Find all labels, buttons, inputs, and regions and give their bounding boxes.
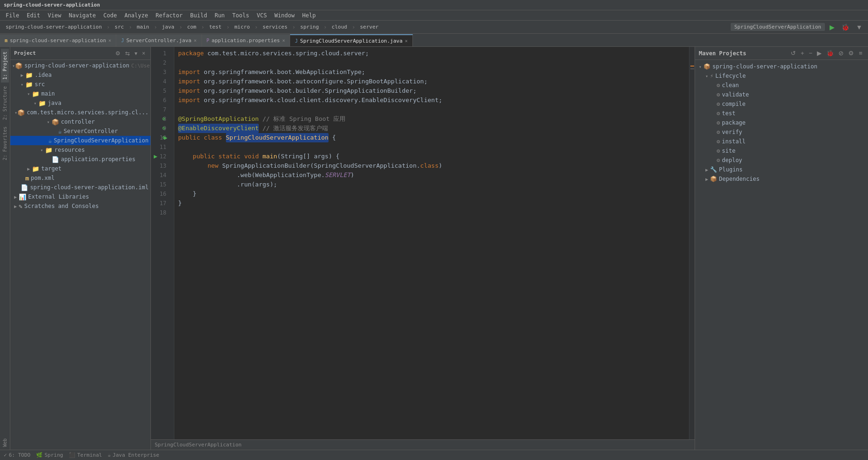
maven-verify-label: verify xyxy=(722,129,742,135)
side-tab-structure[interactable]: 2: Structure xyxy=(1,83,9,123)
side-tab-web[interactable]: Web xyxy=(1,436,9,450)
menu-navigate[interactable]: Navigate xyxy=(65,11,100,20)
menu-help[interactable]: Help xyxy=(299,11,320,20)
line-num-1: 1 xyxy=(151,49,170,58)
maven-minus-btn[interactable]: − xyxy=(807,49,815,58)
maven-install[interactable]: ▶ ⚙ install xyxy=(695,137,868,146)
breadcrumb-micro[interactable]: micro xyxy=(232,23,252,31)
maven-test-label: test xyxy=(722,110,735,117)
tree-item-root[interactable]: ▾ 📦 spring-cloud-server-application C:\U… xyxy=(10,61,150,70)
panel-close-btn[interactable]: × xyxy=(141,50,147,57)
code-line-14: .web(WebApplicationType. SERVLET ) xyxy=(178,171,685,180)
menu-run[interactable]: Run xyxy=(211,11,229,20)
maven-project-root[interactable]: ▾ 📦 spring-cloud-server-application xyxy=(695,62,868,71)
breadcrumb-project[interactable]: spring-cloud-server-application xyxy=(4,23,104,31)
menu-tools[interactable]: Tools xyxy=(229,11,253,20)
panel-settings-btn[interactable]: ⚙ xyxy=(114,50,122,57)
menu-refactor[interactable]: Refactor xyxy=(152,11,187,20)
maven-debug-btn[interactable]: 🐞 xyxy=(824,49,836,58)
tab-servercontroller[interactable]: J ServerController.java × xyxy=(116,34,202,46)
code-content[interactable]: package com.test.micro.services.spring.c… xyxy=(174,47,689,439)
menu-edit[interactable]: Edit xyxy=(23,11,44,20)
maven-dependencies[interactable]: ▶ 📦 Dependencies xyxy=(695,174,868,184)
maven-settings-btn[interactable]: ⚙ xyxy=(846,49,856,58)
breadcrumb-src[interactable]: src xyxy=(113,23,126,31)
menu-build[interactable]: Build xyxy=(187,11,211,20)
maven-refresh-btn[interactable]: ↺ xyxy=(789,49,798,58)
maven-plugins[interactable]: ▶ 🔧 Plugins xyxy=(695,165,868,174)
side-tab-favorites[interactable]: 2: Favorites xyxy=(1,124,9,163)
tree-item-resources[interactable]: ▾ 📁 resources xyxy=(10,145,150,155)
breadcrumb-com[interactable]: com xyxy=(185,23,198,31)
tree-item-controller[interactable]: ▾ 📦 controller xyxy=(10,117,150,126)
tree-item-package[interactable]: ▾ 📦 com.test.micro.services.spring.cl... xyxy=(10,108,150,117)
menu-view[interactable]: View xyxy=(44,11,65,20)
maven-package[interactable]: ▶ ⚙ package xyxy=(695,118,868,127)
menu-analyze[interactable]: Analyze xyxy=(120,11,152,20)
maven-test[interactable]: ▶ ⚙ test xyxy=(695,109,868,118)
tab-appprops-close[interactable]: × xyxy=(282,38,285,43)
panel-sync-btn[interactable]: ⇆ xyxy=(124,50,131,57)
menu-vcs[interactable]: VCS xyxy=(253,11,271,20)
tab-servercontroller-close[interactable]: × xyxy=(194,38,196,43)
tab-pom-close[interactable]: × xyxy=(108,38,111,43)
more-run-button[interactable]: ▼ xyxy=(854,22,864,32)
tree-item-scratches[interactable]: ▶ ✎ Scratches and Consoles xyxy=(10,201,150,211)
tree-item-appprops[interactable]: ▶ 📄 application.properties xyxy=(10,155,150,164)
maven-deploy[interactable]: ▶ ⚙ deploy xyxy=(695,156,868,165)
maven-skip-btn[interactable]: ⊘ xyxy=(837,49,846,58)
tree-item-idea[interactable]: ▶ 📁 .idea xyxy=(10,70,150,80)
scroll-indicator[interactable] xyxy=(689,47,695,439)
menu-window[interactable]: Window xyxy=(270,11,298,20)
pom-icon: m xyxy=(5,38,7,43)
tab-appprops[interactable]: P application.properties × xyxy=(202,34,291,46)
java-enterprise-icon: ☕ xyxy=(108,452,111,458)
tree-item-main[interactable]: ▾ 📁 main xyxy=(10,89,150,98)
scroll-marker-2 xyxy=(690,68,694,69)
tree-item-src[interactable]: ▾ 📁 src xyxy=(10,80,150,89)
breadcrumb-spring[interactable]: spring xyxy=(299,23,321,31)
menu-file[interactable]: File xyxy=(2,11,23,20)
maven-plus-btn[interactable]: + xyxy=(799,49,806,58)
tree-item-pom[interactable]: ▶ m pom.xml xyxy=(10,173,150,183)
breadcrumb-services[interactable]: services xyxy=(261,23,289,31)
breadcrumb-test[interactable]: test xyxy=(207,23,224,31)
maven-compile[interactable]: ▶ ⚙ compile xyxy=(695,99,868,109)
tab-main-class[interactable]: J SpringCloudServerApplication.java × xyxy=(290,34,413,46)
breadcrumb-server[interactable]: server xyxy=(358,23,381,31)
line-num-7: 7 xyxy=(151,105,170,114)
package-icon: 📦 xyxy=(17,109,25,116)
breadcrumb-main[interactable]: main xyxy=(135,23,151,31)
tree-arrow-main: ▾ xyxy=(25,91,32,96)
status-java-enterprise[interactable]: ☕ Java Enterprise xyxy=(108,452,159,458)
code-editor[interactable]: 1 2 3 4 5 6 7 ⚙ 8 ⚙ 9 ⚙ ▶ 10 xyxy=(151,47,695,439)
tree-item-main-class[interactable]: ▶ ☕ SpringCloudServerApplication xyxy=(10,136,150,145)
status-spring[interactable]: 🌿 Spring xyxy=(36,452,63,458)
status-terminal[interactable]: ⬛ Terminal xyxy=(69,452,102,458)
side-tab-project[interactable]: 1: Project xyxy=(1,49,9,82)
maven-run-btn[interactable]: ▶ xyxy=(815,49,823,58)
tree-item-iml[interactable]: ▶ 📄 spring-cloud-server-application.iml xyxy=(10,183,150,192)
spring-icon: 🌿 xyxy=(36,452,43,458)
maven-verify[interactable]: ▶ ⚙ verify xyxy=(695,127,868,137)
tree-item-extlibs[interactable]: ▶ 📊 External Libraries xyxy=(10,192,150,201)
tree-item-servercontroller[interactable]: ▶ ☕ ServerController xyxy=(10,126,150,136)
maven-validate[interactable]: ▶ ⚙ validate xyxy=(695,90,868,99)
maven-lifecycle[interactable]: ▾ ⚡ Lifecycle xyxy=(695,71,868,81)
breadcrumb-java[interactable]: java xyxy=(160,23,176,31)
tree-item-java[interactable]: ▾ 📁 java xyxy=(10,98,150,108)
tab-pom[interactable]: m spring-cloud-server-application × xyxy=(0,34,116,46)
debug-button[interactable]: 🐞 xyxy=(839,22,851,32)
menu-code[interactable]: Code xyxy=(100,11,121,20)
run-config-name[interactable]: SpringCloudServerApplication xyxy=(731,23,825,31)
maven-clean[interactable]: ▶ ⚙ clean xyxy=(695,81,868,90)
status-todo[interactable]: ✓ 6: TODO xyxy=(4,452,30,458)
run-button[interactable]: ▶ xyxy=(828,22,837,32)
panel-collapse-btn[interactable]: ▾ xyxy=(133,50,139,57)
maven-collapse-btn[interactable]: ≡ xyxy=(857,49,864,58)
breadcrumb-cloud[interactable]: cloud xyxy=(330,23,349,31)
maven-site[interactable]: ▶ ⚙ site xyxy=(695,146,868,156)
tree-item-target[interactable]: ▶ 📁 target xyxy=(10,164,150,173)
tab-main-class-close[interactable]: × xyxy=(405,38,408,44)
maven-package-label: package xyxy=(722,119,746,126)
